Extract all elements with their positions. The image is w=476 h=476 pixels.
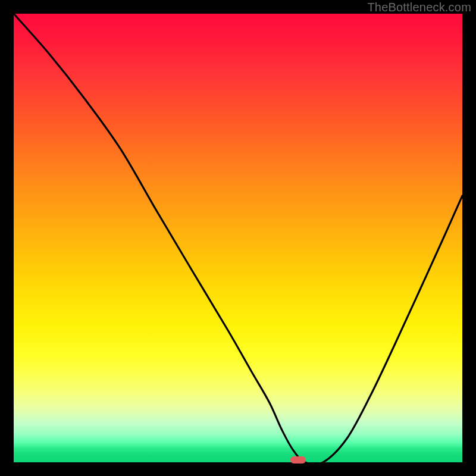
watermark-text: TheBottleneck.com — [367, 1, 471, 14]
bottleneck-curve — [14, 14, 462, 462]
chart-frame — [14, 14, 462, 462]
optimal-marker — [290, 456, 306, 464]
